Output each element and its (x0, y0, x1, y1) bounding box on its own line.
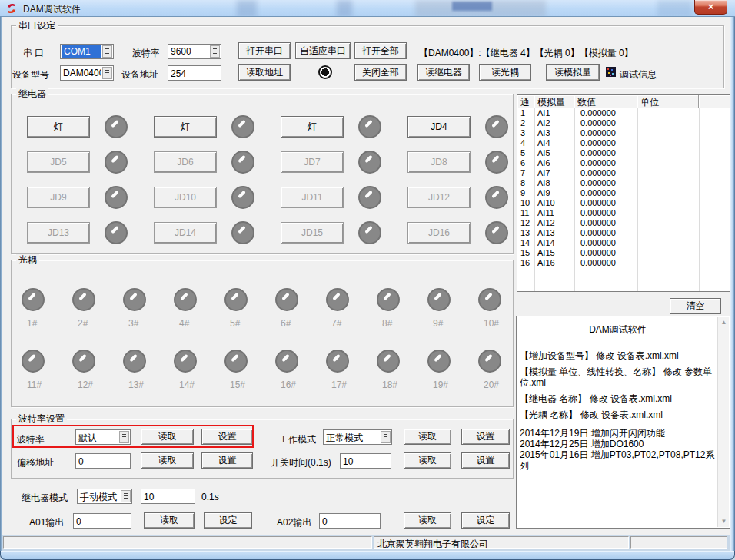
table-row[interactable]: 13 AI13 0.000000 (517, 228, 730, 238)
window-border (730, 17, 735, 551)
relay-cell: JD8 (407, 151, 534, 174)
work-mode-read-button[interactable]: 读取 (404, 429, 451, 445)
opto-cell: 16# (275, 350, 326, 405)
table-row[interactable]: 16 AI16 0.000000 (517, 258, 730, 268)
relay-led-indicator (358, 151, 381, 174)
offset-set-button[interactable]: 设置 (201, 452, 253, 469)
relay-button[interactable]: JD14 (154, 222, 217, 244)
switch-time-read-button[interactable]: 读取 (404, 452, 451, 469)
column-separator (534, 108, 535, 291)
work-mode-select[interactable]: 正常模式 (323, 429, 392, 445)
opto-channel-label: 1# (27, 318, 37, 329)
combo-arrow-icon[interactable] (121, 490, 131, 502)
opto-channel-label: 12# (78, 379, 93, 390)
relay-button[interactable]: JD11 (281, 187, 344, 208)
opto-led-indicator (275, 288, 298, 311)
read-relay-button[interactable]: 读继电器 (417, 64, 470, 81)
relay-button[interactable]: JD7 (281, 151, 344, 173)
relay-led-indicator (105, 186, 128, 209)
opto-channel-label: 3# (128, 318, 138, 329)
col-header-value[interactable]: 数值 (574, 95, 637, 108)
relay-mode-select[interactable]: 手动模式 (77, 489, 132, 504)
read-opto-button[interactable]: 读光耦 (479, 64, 531, 81)
switch-time-set-button[interactable]: 设置 (461, 452, 510, 469)
relay-cell: JD9 (27, 186, 154, 209)
close-button[interactable]: × (694, 0, 727, 15)
work-mode-set-button[interactable]: 设置 (461, 429, 510, 445)
table-row[interactable]: 12 AI12 0.000000 (517, 218, 730, 228)
relay-button[interactable]: JD4 (407, 116, 471, 138)
scroll-up-icon[interactable]: ▲ (718, 317, 730, 328)
relay-button[interactable]: JD13 (27, 222, 90, 244)
opto-cell: 5# (224, 288, 275, 343)
offset-read-button[interactable]: 读取 (141, 452, 194, 469)
table-row[interactable]: 1 AI1 0.000000 (517, 108, 730, 118)
relay-button[interactable]: 灯 (27, 116, 90, 138)
com-port-select[interactable]: COM1 (60, 44, 114, 59)
clear-button[interactable]: 清空 (670, 298, 721, 314)
opto-led-indicator (174, 288, 197, 311)
table-row[interactable]: 14 AI14 0.000000 (517, 238, 730, 248)
table-row[interactable]: 7 AI7 0.000000 (517, 168, 730, 178)
baud-set-button[interactable]: 设置 (201, 429, 253, 445)
table-row[interactable]: 15 AI15 0.000000 (517, 248, 730, 258)
opto-led-indicator (427, 288, 451, 311)
relay-button[interactable]: 灯 (154, 116, 217, 138)
ao1-set-button[interactable]: 设定 (204, 512, 252, 529)
combo-arrow-icon[interactable] (102, 45, 112, 58)
table-row[interactable]: 8 AI8 0.000000 (517, 178, 730, 188)
ao1-input[interactable] (73, 513, 131, 529)
ao1-read-button[interactable]: 读取 (144, 512, 195, 529)
opto-led-indicator (123, 288, 146, 311)
table-row[interactable]: 4 AI4 0.000000 (517, 138, 730, 148)
col-header-unit[interactable]: 单位 (637, 95, 699, 108)
table-row[interactable]: 5 AI5 0.000000 (517, 148, 730, 158)
combo-arrow-icon[interactable] (210, 45, 220, 58)
ao2-set-button[interactable]: 设定 (461, 512, 510, 529)
col-header-channel[interactable]: 通 (517, 95, 534, 108)
table-row[interactable]: 2 AI2 0.000000 (517, 118, 730, 128)
offset-address-input[interactable] (75, 453, 131, 469)
device-address-input[interactable] (168, 65, 221, 81)
relay-button[interactable]: JD5 (27, 151, 90, 173)
relay-button[interactable]: JD15 (281, 222, 344, 244)
baud-set-select[interactable]: 默认 (75, 429, 131, 445)
combo-arrow-icon[interactable] (119, 431, 129, 443)
table-row[interactable]: 9 AI9 0.000000 (517, 188, 730, 198)
relay-mode-time-input[interactable] (141, 489, 195, 504)
col-header-analog[interactable]: 模拟量 (534, 95, 574, 108)
scroll-down-icon[interactable]: ▼ (718, 516, 730, 527)
relay-button[interactable]: JD10 (154, 187, 217, 208)
table-row[interactable]: 11 AI11 0.000000 (517, 208, 730, 218)
relay-button[interactable]: 灯 (281, 116, 344, 138)
opto-led-indicator (123, 350, 146, 373)
read-address-button[interactable]: 读取地址 (238, 64, 291, 81)
baud-read-button[interactable]: 读取 (141, 429, 194, 445)
opto-channel-label: 10# (484, 318, 499, 329)
device-model-select[interactable]: DAM0400 (60, 65, 114, 81)
baudrate-select[interactable]: 9600 (168, 44, 221, 59)
open-serial-button[interactable]: 打开串口 (238, 42, 291, 59)
relay-button[interactable]: JD12 (407, 187, 471, 208)
analog-table: 通 模拟量 数值 单位 1 AI1 0.000000 2 AI2 0.00000… (517, 94, 730, 292)
combo-arrow-icon[interactable] (381, 431, 391, 443)
window-title: DAM调试软件 (23, 3, 81, 16)
opto-channel-label: 8# (382, 318, 392, 329)
relay-button[interactable]: JD9 (27, 187, 90, 208)
close-all-button[interactable]: 关闭全部 (354, 64, 407, 81)
scrollbar[interactable]: ▲ ▼ (717, 317, 729, 527)
relay-button[interactable]: JD16 (407, 222, 471, 244)
open-all-button[interactable]: 打开全部 (354, 42, 407, 59)
table-row[interactable]: 10 AI10 0.000000 (517, 198, 730, 208)
relay-button[interactable]: JD8 (407, 151, 471, 173)
ao2-read-button[interactable]: 读取 (404, 512, 451, 529)
table-row[interactable]: 6 AI6 0.000000 (517, 158, 730, 168)
auto-serial-button[interactable]: 自适应串口 (295, 42, 351, 59)
debug-info-label: 调试信息 (620, 68, 657, 81)
switch-time-input[interactable] (340, 453, 391, 469)
relay-button[interactable]: JD6 (154, 151, 217, 173)
combo-arrow-icon[interactable] (102, 67, 112, 79)
table-row[interactable]: 3 AI3 0.000000 (517, 128, 730, 138)
ao2-input[interactable] (319, 513, 381, 529)
read-analog-button[interactable]: 读模拟量 (546, 64, 600, 81)
